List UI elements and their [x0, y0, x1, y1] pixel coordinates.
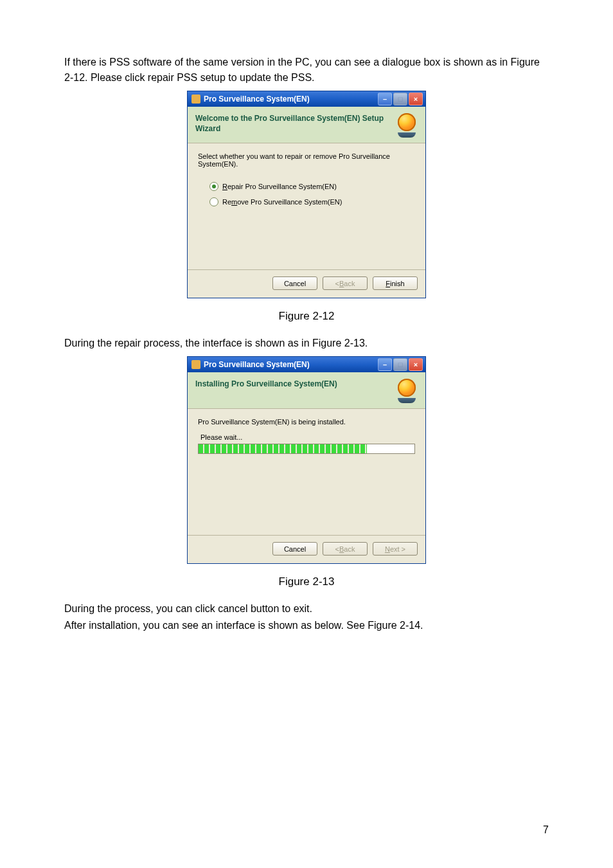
back-button: < Back [323, 542, 368, 556]
minimize-button[interactable]: – [378, 93, 392, 105]
body-paragraph-3a: During the process, you can click cancel… [64, 601, 549, 617]
repair-radio-label: Repair Pro Surveillance System(EN) [222, 183, 337, 190]
wizard-logo-icon [398, 113, 416, 131]
installer-icon [191, 360, 200, 369]
wizard-header: Installing Pro Surveillance System(EN) [188, 372, 425, 409]
wizard-logo-arc-icon [398, 398, 416, 403]
wizard-header: Welcome to the Pro Surveillance System(E… [188, 107, 425, 143]
body-paragraph-1: If there is PSS software of the same ver… [64, 55, 549, 86]
instruction-text: Pro Surveillance System(EN) is being ins… [198, 418, 415, 426]
next-button: Next > [373, 542, 418, 556]
radio-on-icon [209, 182, 218, 191]
cancel-button[interactable]: Cancel [272, 276, 317, 290]
close-button[interactable]: × [409, 93, 423, 105]
cancel-button[interactable]: Cancel [272, 542, 317, 556]
close-button[interactable]: × [409, 358, 423, 371]
window-title: Pro Surveillance System(EN) [204, 95, 310, 104]
wizard-header-text: Welcome to the Pro Surveillance System(E… [195, 113, 396, 134]
installing-dialog: Pro Surveillance System(EN) – □ × Instal… [187, 356, 426, 564]
titlebar: Pro Surveillance System(EN) – □ × [188, 91, 425, 107]
figure-caption-2: Figure 2-13 [64, 575, 549, 588]
remove-radio-label: Remove Pro Surveillance System(EN) [222, 198, 342, 206]
titlebar: Pro Surveillance System(EN) – □ × [188, 357, 425, 372]
progress-bar [198, 444, 415, 454]
maximize-button: □ [393, 358, 407, 371]
wizard-footer: Cancel < Back Finish [188, 269, 425, 298]
wizard-body: Select whether you want to repair or rem… [188, 143, 425, 269]
repair-radio[interactable]: Repair Pro Surveillance System(EN) [209, 182, 415, 191]
radio-off-icon [209, 197, 218, 206]
minimize-button[interactable]: – [378, 358, 392, 371]
figure-caption-1: Figure 2-12 [64, 310, 549, 323]
maximize-button: □ [393, 93, 407, 105]
page-number: 7 [543, 824, 549, 836]
wizard-logo-arc-icon [398, 132, 416, 138]
wizard-footer: Cancel < Back Next > [188, 535, 425, 563]
finish-button[interactable]: Finish [373, 276, 418, 290]
instruction-text: Select whether you want to repair or rem… [198, 152, 415, 168]
body-paragraph-3b: After installation, you can see an inter… [64, 618, 549, 633]
progress-fill [199, 444, 367, 453]
repair-wizard-dialog: Pro Surveillance System(EN) – □ × Welcom… [187, 91, 426, 298]
window-title: Pro Surveillance System(EN) [204, 360, 310, 369]
please-wait-label: Please wait... [200, 433, 415, 441]
remove-radio[interactable]: Remove Pro Surveillance System(EN) [209, 197, 415, 206]
wizard-body: Pro Surveillance System(EN) is being ins… [188, 409, 425, 535]
wizard-logo-icon [398, 379, 416, 397]
installer-icon [191, 95, 200, 104]
back-button: < Back [323, 276, 368, 290]
body-paragraph-2: During the repair process, the interface… [64, 336, 549, 351]
wizard-header-text: Installing Pro Surveillance System(EN) [195, 379, 396, 389]
